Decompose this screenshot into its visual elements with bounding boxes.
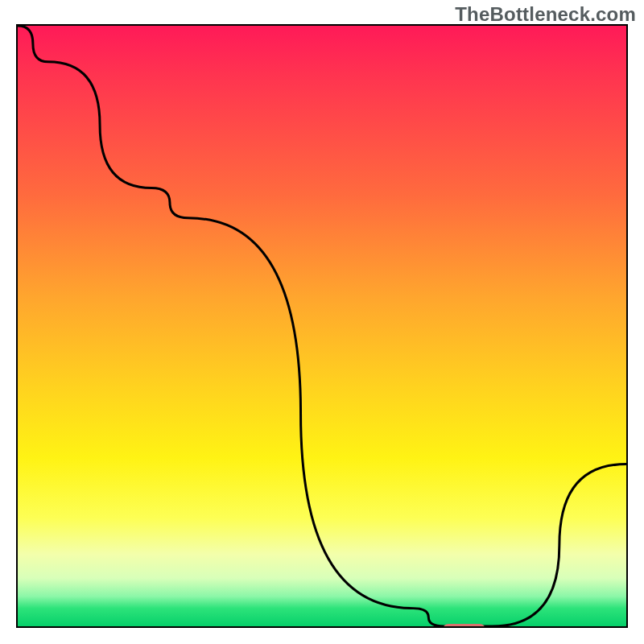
watermark-text: TheBottleneck.com xyxy=(455,3,636,26)
chart-wrapper: TheBottleneck.com xyxy=(0,0,644,644)
optimal-marker xyxy=(443,624,485,628)
bottleneck-curve xyxy=(18,26,626,626)
plot-area xyxy=(16,24,628,628)
